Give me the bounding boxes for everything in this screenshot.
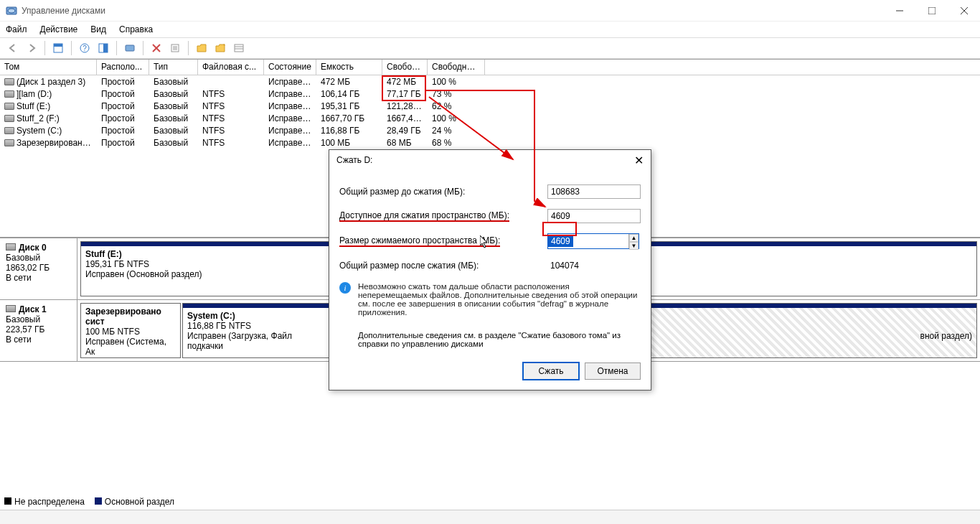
spinner-up-icon[interactable]: ▲ [629,234,639,242]
table-row[interactable]: Stuff_2 (F:)ПростойБазовыйNTFSИсправен..… [0,112,980,124]
volume-icon [4,103,14,110]
table-row[interactable]: ][lam (D:)ПростойБазовыйNTFSИсправен...1… [0,88,980,100]
disk1-partition-system[interactable]: System (C:) 116,88 ГБ NTFS Исправен (Заг… [182,303,329,358]
svg-text:?: ? [83,45,87,52]
menubar: Файл Действие Вид Справка [0,22,980,37]
disk0-info[interactable]: Диск 0 Базовый 1863,02 ГБ В сети [0,238,77,299]
info-text-2: Дополнительные сведения см. в разделе "С… [339,331,641,348]
explorer-icon[interactable] [123,41,137,55]
menu-action[interactable]: Действие [40,24,78,34]
value-total-size: 108683 [547,184,641,199]
legend-swatch-unalloc [4,497,11,505]
menu-help[interactable]: Справка [119,24,153,34]
statusbar [0,510,980,524]
svg-rect-11 [103,44,108,52]
app-icon [6,5,17,17]
table-row[interactable]: System (C:)ПростойБазовыйNTFSИсправен...… [0,124,980,136]
dialog-close-button[interactable]: ✕ [634,154,644,167]
col-free[interactable]: Свобод... [382,60,428,75]
refresh-icon[interactable] [96,41,110,55]
legend-swatch-primary [95,497,102,505]
titlebar: Управление дисками [0,0,980,22]
spinner-down-icon[interactable]: ▼ [629,242,639,250]
help-icon[interactable]: ? [77,41,92,55]
back-icon[interactable] [6,41,20,55]
table-row[interactable]: (Диск 1 раздел 3)ПростойБазовыйИсправен.… [0,75,980,88]
legend: Не распределена Основной раздел [4,497,174,507]
label-shrink-amount: Размер сжимаемого пространства (МБ): [339,235,500,247]
col-percent[interactable]: Свободно % [428,60,485,75]
close-button[interactable] [948,0,980,22]
value-size-after: 104074 [547,259,641,272]
svg-rect-12 [126,45,134,51]
info-icon: i [339,282,351,294]
value-available-shrink: 4609 [547,209,641,223]
label-size-after: Общий размер после сжатия (МБ): [339,261,547,271]
svg-rect-7 [54,44,62,47]
volume-icon [4,115,14,122]
table-row[interactable]: Зарезервировано...ПростойБазовыйNTFSИспр… [0,136,980,149]
svg-rect-20 [235,45,243,52]
col-tom[interactable]: Том [0,60,97,75]
table-row[interactable]: Stuff (E:)ПростойБазовыйNTFSИсправен...1… [0,100,980,112]
volume-icon [4,139,14,146]
cancel-button[interactable]: Отмена [585,362,641,380]
label-available-shrink: Доступное для сжатия пространство (МБ): [339,210,509,222]
volumes-table: Том Располо... Тип Файловая с... Состоян… [0,59,980,149]
volume-icon [4,90,14,98]
view-top-icon[interactable] [51,41,65,55]
properties-icon[interactable] [168,41,182,55]
col-fs[interactable]: Файловая с... [198,60,264,75]
new-icon[interactable]: * [213,41,227,55]
col-layout[interactable]: Располо... [97,60,149,75]
menu-view[interactable]: Вид [90,24,106,34]
disk-icon [6,243,16,251]
dialog-title: Сжать D: [336,155,372,165]
menu-file[interactable]: Файл [6,24,27,34]
toolbar: ? * [0,37,980,59]
table-header: Том Располо... Тип Файловая с... Состоян… [0,60,980,75]
disk1-partition-reserved[interactable]: Зарезервировано сист 100 МБ NTFS Исправе… [80,303,181,358]
disk1-info[interactable]: Диск 1 Базовый 223,57 ГБ В сети [0,300,77,361]
svg-text:*: * [223,43,225,49]
shrink-dialog: Сжать D: ✕ Общий размер до сжатия (МБ): … [329,149,651,390]
dialog-titlebar: Сжать D: ✕ [329,150,651,170]
col-status[interactable]: Состояние [264,60,316,75]
forward-icon[interactable] [24,41,39,55]
shrink-button[interactable]: Сжать [523,362,579,380]
info-text-1: Невозможно сжать том дальше области расп… [358,282,641,317]
disk-icon [6,305,16,312]
delete-icon[interactable] [149,41,164,55]
svg-point-1 [8,9,15,13]
col-capacity[interactable]: Емкость [316,60,382,75]
label-total-size: Общий размер до сжатия (МБ): [339,187,547,197]
svg-rect-3 [928,7,936,14]
input-shrink-amount[interactable]: 4609 ▲▼ [547,233,639,249]
window-title: Управление дисками [22,6,105,16]
list-icon[interactable] [232,41,246,55]
minimize-button[interactable] [883,0,915,22]
col-type[interactable]: Тип [149,60,198,75]
volume-icon [4,78,14,85]
folder-icon[interactable] [194,41,209,55]
volume-icon [4,127,14,134]
maximize-button[interactable] [915,0,948,22]
